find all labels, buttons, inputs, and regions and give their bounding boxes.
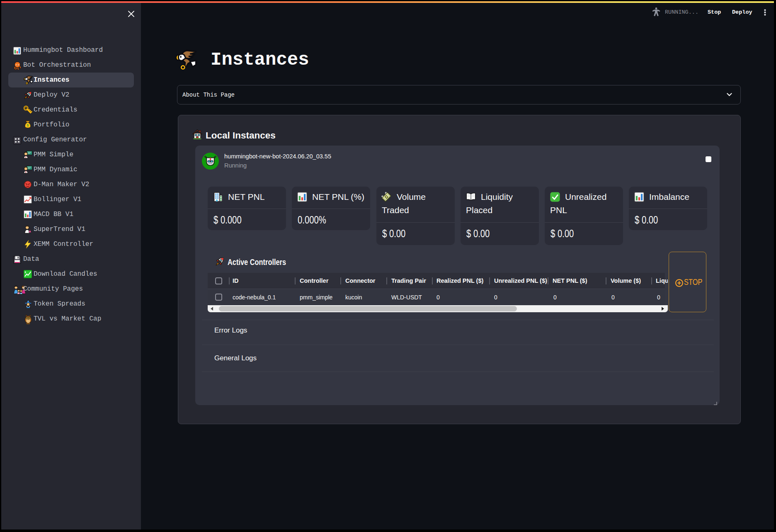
svg-text:$: $	[27, 123, 29, 127]
